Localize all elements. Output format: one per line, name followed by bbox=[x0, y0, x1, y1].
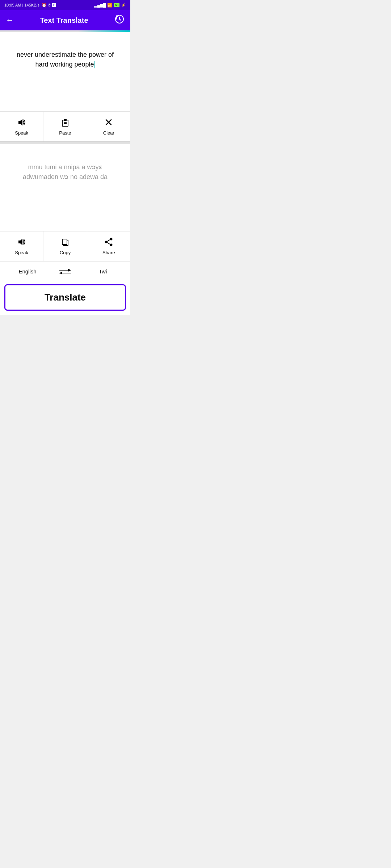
source-language-button[interactable]: English bbox=[0, 263, 55, 280]
input-speak-label: Speak bbox=[15, 130, 28, 136]
output-action-row: Speak Copy Share bbox=[0, 231, 130, 261]
output-text-content: mmu tumi a nnipa a wɔyɛ adwumaden wɔ no … bbox=[23, 163, 108, 180]
share-label: Share bbox=[102, 250, 115, 255]
clear-label: Clear bbox=[103, 130, 114, 136]
svg-marker-9 bbox=[18, 239, 22, 245]
swap-icon bbox=[59, 267, 72, 276]
svg-line-15 bbox=[107, 239, 110, 242]
input-speak-button[interactable]: Speak bbox=[0, 112, 43, 141]
text-cursor bbox=[94, 61, 95, 68]
svg-rect-4 bbox=[64, 119, 67, 121]
back-button[interactable]: ← bbox=[6, 16, 14, 25]
input-text-content: never underestimate the power of hard wo… bbox=[17, 51, 114, 68]
clipboard-icon bbox=[60, 118, 70, 127]
section-divider bbox=[0, 141, 130, 144]
share-icon-svg bbox=[104, 237, 113, 247]
input-text[interactable]: never underestimate the power of hard wo… bbox=[6, 39, 125, 108]
battery-level: 63 bbox=[114, 3, 119, 7]
translate-button[interactable]: Translate bbox=[4, 284, 126, 311]
copy-label: Copy bbox=[60, 250, 71, 255]
share-button[interactable]: Share bbox=[87, 231, 130, 261]
output-speak-button[interactable]: Speak bbox=[0, 231, 43, 261]
paste-button[interactable]: Paste bbox=[43, 112, 87, 141]
swap-language-button[interactable] bbox=[55, 267, 75, 276]
status-right: ▂▄▆█ 📶 63 ⚡ bbox=[94, 3, 126, 8]
translate-label: Translate bbox=[45, 292, 86, 303]
output-section: mmu tumi a nnipa a wɔyɛ adwumaden wɔ no … bbox=[0, 144, 130, 231]
x-icon bbox=[104, 118, 113, 127]
paste-icon bbox=[60, 118, 70, 128]
copy-icon bbox=[60, 237, 70, 248]
status-time: 10:05 AM | 145KB/s bbox=[4, 3, 39, 7]
target-language-label: Twi bbox=[99, 268, 107, 275]
output-speak-label: Speak bbox=[15, 250, 28, 255]
input-action-row: Speak Paste Clear bbox=[0, 111, 130, 141]
status-bar: 10:05 AM | 145KB/s ⏰ ✆ 🅿 ▂▄▆█ 📶 63 ⚡ bbox=[0, 0, 130, 10]
svg-line-16 bbox=[107, 242, 110, 244]
svg-marker-20 bbox=[59, 272, 62, 275]
paste-label: Paste bbox=[59, 130, 71, 136]
svg-marker-2 bbox=[18, 119, 22, 125]
share-icon bbox=[104, 237, 113, 248]
history-button[interactable] bbox=[114, 14, 125, 26]
svg-rect-3 bbox=[62, 120, 68, 126]
input-section: never underestimate the power of hard wo… bbox=[0, 32, 130, 111]
output-speak-icon bbox=[17, 237, 26, 248]
app-header: ← Text Translate bbox=[0, 10, 130, 30]
copy-button[interactable]: Copy bbox=[43, 231, 87, 261]
translate-btn-wrapper: Translate bbox=[0, 281, 130, 315]
charging-icon: ⚡ bbox=[121, 3, 126, 8]
wifi-icon: 📶 bbox=[107, 3, 112, 8]
speak-icon bbox=[17, 118, 26, 128]
page-title: Text Translate bbox=[40, 16, 88, 25]
svg-rect-11 bbox=[62, 239, 67, 244]
status-icons: ⏰ ✆ 🅿 bbox=[42, 3, 56, 8]
language-bar: English Twi bbox=[0, 261, 130, 281]
output-speaker-icon bbox=[17, 237, 26, 247]
target-language-button[interactable]: Twi bbox=[75, 263, 130, 280]
source-language-label: English bbox=[18, 268, 36, 275]
clear-icon bbox=[104, 118, 113, 128]
signal-icon: ▂▄▆█ bbox=[94, 3, 106, 8]
svg-marker-18 bbox=[68, 269, 71, 272]
speaker-icon bbox=[17, 118, 26, 127]
clear-button[interactable]: Clear bbox=[87, 112, 130, 141]
output-text: mmu tumi a nnipa a wɔyɛ adwumaden wɔ no … bbox=[6, 152, 125, 227]
history-icon bbox=[114, 14, 125, 24]
status-left: 10:05 AM | 145KB/s ⏰ ✆ 🅿 bbox=[4, 3, 56, 8]
copy-icon-svg bbox=[60, 237, 70, 247]
